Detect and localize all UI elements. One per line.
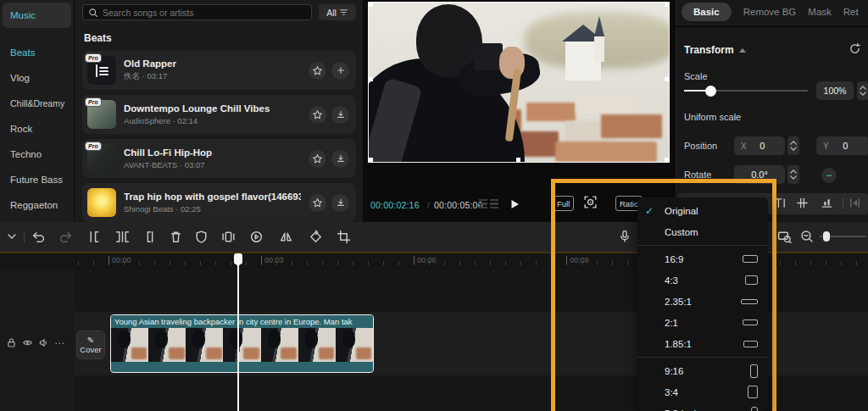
download-button[interactable] <box>331 150 349 168</box>
video-clip[interactable]: Young Asian traveling backpacker in city… <box>110 314 374 373</box>
menu-item-custom[interactable]: Custom <box>637 221 768 242</box>
rotate-stepper[interactable] <box>787 165 799 184</box>
sidebar-item-future-bass[interactable]: Future Bass <box>0 167 74 192</box>
selection-handle[interactable] <box>369 158 373 162</box>
check-icon: ✓ <box>645 205 654 217</box>
position-x-stepper[interactable] <box>787 136 799 155</box>
selection-handle[interactable] <box>516 158 520 162</box>
sidebar-item-beats[interactable]: Beats <box>0 40 74 65</box>
selection-handle[interactable] <box>369 77 373 81</box>
tab-retouch[interactable]: Ret <box>843 3 859 21</box>
full-screen-button[interactable]: Full <box>553 196 574 211</box>
search-box[interactable] <box>82 4 312 20</box>
snap-icon[interactable] <box>796 197 809 209</box>
caption-track-icon[interactable] <box>774 197 787 209</box>
sidebar-item-vlog[interactable]: Vlog <box>0 65 74 91</box>
scale-slider-thumb[interactable] <box>705 86 716 97</box>
menu-label: 1.85:1 <box>665 339 692 349</box>
aspect-landscape-icon <box>741 299 758 304</box>
play-button[interactable] <box>508 197 521 211</box>
redo-icon[interactable] <box>58 230 73 244</box>
visibility-eye-icon[interactable] <box>22 337 33 348</box>
inspector-tabs: Basic Remove BG Mask Ret <box>682 3 859 21</box>
transform-section-header[interactable]: Transform <box>684 44 746 56</box>
rotate-icon[interactable] <box>309 230 323 244</box>
mute-speaker-icon[interactable] <box>38 337 49 348</box>
mirror-frame-icon[interactable] <box>221 230 236 244</box>
track-title: Chill Lo-Fi Hip-Hop <box>124 147 301 158</box>
scale-slider[interactable] <box>684 90 808 92</box>
menu-item-16-9[interactable]: 16:9 <box>637 248 768 269</box>
favorite-star-button[interactable] <box>309 62 326 80</box>
add-to-timeline-button[interactable] <box>331 62 349 80</box>
menu-label: 3:4 <box>665 387 678 397</box>
selection-handle[interactable] <box>665 3 669 7</box>
split-icon[interactable] <box>87 230 102 244</box>
delete-right-icon[interactable] <box>142 230 157 244</box>
selection-handle[interactable] <box>665 77 669 81</box>
scale-value[interactable]: 100% <box>816 81 854 100</box>
tab-remove-bg[interactable]: Remove BG <box>743 3 797 21</box>
record-mic-icon[interactable] <box>618 230 632 243</box>
freeze-shield-icon[interactable] <box>194 230 209 244</box>
tab-mask[interactable]: Mask <box>808 3 831 21</box>
crop-icon[interactable] <box>337 230 351 244</box>
layout-dropdown-icon[interactable] <box>7 233 17 240</box>
more-options-icon[interactable]: ⋯ <box>54 339 65 347</box>
flip-icon[interactable] <box>279 230 293 244</box>
align-main-track-icon[interactable] <box>821 197 833 209</box>
rotate-field[interactable]: 0.0° <box>734 165 785 184</box>
delete-icon[interactable] <box>169 230 183 244</box>
sidebar-item-techno[interactable]: Techno <box>0 142 74 167</box>
position-y-field[interactable]: Y 0 <box>816 136 868 155</box>
track-row[interactable]: Trap hip hop with gospel flavor(1466939)… <box>82 183 356 222</box>
delete-left-icon[interactable] <box>115 230 130 244</box>
sidebar-item-chill-dreamy[interactable]: Chill&Dreamy <box>0 91 74 116</box>
menu-item-2-1[interactable]: 2:1 <box>637 312 768 333</box>
y-value: 0 <box>829 141 862 151</box>
track-row[interactable]: Pro Downtempo Lounge Chill Vibes AudioSp… <box>82 95 356 134</box>
zoom-out-icon[interactable] <box>800 230 814 243</box>
reverse-play-icon[interactable] <box>249 230 264 244</box>
scale-stepper[interactable] <box>857 81 868 100</box>
tab-basic[interactable]: Basic <box>682 3 732 21</box>
menu-item-1-85-1[interactable]: 1.85:1 <box>637 333 768 354</box>
playhead-line[interactable] <box>237 253 239 411</box>
linkage-icon[interactable] <box>849 197 861 209</box>
edit-pencil-icon: ✎ <box>87 336 94 345</box>
search-input[interactable] <box>103 8 306 18</box>
menu-item-5-8-inch[interactable]: 5.8-inch <box>637 403 768 411</box>
selection-handle[interactable] <box>369 3 373 7</box>
preview-axis-icon[interactable] <box>777 230 792 244</box>
menu-item-original[interactable]: ✓ Original <box>637 200 768 221</box>
selection-handle[interactable] <box>665 158 669 162</box>
timeline-zoom-thumb[interactable] <box>823 231 830 242</box>
favorite-star-button[interactable] <box>309 194 326 212</box>
track-row[interactable]: Pro Old Rapper 佚名 · 03:17 <box>82 51 356 90</box>
menu-item-3-4[interactable]: 3:4 <box>637 381 768 403</box>
lock-icon[interactable] <box>6 337 17 348</box>
sidebar-item-reggaeton[interactable]: Reggaeton <box>0 192 74 218</box>
menu-item-4-3[interactable]: 4:3 <box>637 269 768 291</box>
cover-button[interactable]: ✎ Cover <box>76 330 105 359</box>
menu-item-2-35-1[interactable]: 2.35:1 <box>637 291 768 312</box>
reset-transform-button[interactable] <box>849 42 861 55</box>
favorite-star-button[interactable] <box>309 150 326 168</box>
position-x-field[interactable]: X 0 <box>734 136 785 155</box>
favorite-star-button[interactable] <box>309 106 326 124</box>
video-preview[interactable] <box>368 2 670 163</box>
track-row[interactable]: Pro Chill Lo-Fi Hip-Hop AVANT-BEATS · 03… <box>82 139 356 178</box>
sidebar-item-rock[interactable]: Rock <box>0 116 74 142</box>
sidebar-item-music[interactable]: Music <box>3 3 71 28</box>
menu-item-9-16[interactable]: 9:16 <box>637 360 768 381</box>
player-controls: 00:00:02:16 / 00:00:05:06 Full Ratio <box>363 191 674 219</box>
focus-zoom-button[interactable] <box>583 195 598 209</box>
download-button[interactable] <box>331 106 349 124</box>
rotate-decrement-button[interactable]: − <box>821 168 837 183</box>
pro-badge: Pro <box>85 53 102 63</box>
download-button[interactable] <box>331 194 349 212</box>
filter-button[interactable]: All <box>319 4 356 20</box>
undo-icon[interactable] <box>31 230 46 244</box>
playhead-handle[interactable] <box>234 253 242 264</box>
timeline-zoom-slider[interactable] <box>820 236 866 237</box>
